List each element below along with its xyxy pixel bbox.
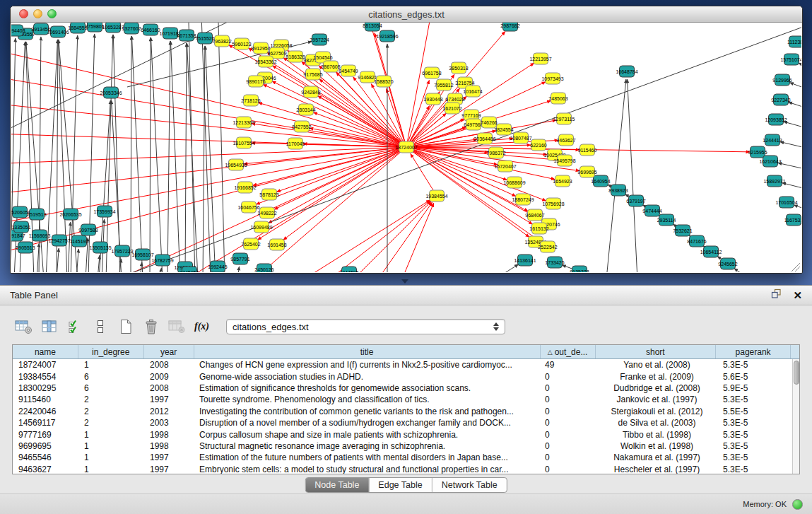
table-row[interactable]: 946362711997Embryonic stem cells: a mode…	[13, 464, 792, 474]
row-options-button[interactable]	[90, 318, 110, 335]
graph-node[interactable]: 7986372	[486, 147, 505, 158]
graph-node[interactable]: 3824554	[494, 124, 513, 135]
function-builder-button[interactable]: f(x)	[192, 318, 211, 335]
graph-node[interactable]: 2867608	[321, 61, 340, 72]
graph-node[interactable]: 8938923	[608, 185, 628, 196]
graph-node[interactable]: 1691458	[267, 239, 286, 250]
graph-node[interactable]: 1588520	[374, 76, 393, 87]
table-row[interactable]: 1456911722003Disruption of a novel membe…	[13, 417, 792, 428]
network-graph[interactable]: 1872400719384554249355720691406188455927…	[11, 23, 801, 272]
graph-node[interactable]: 1327602	[122, 23, 141, 34]
graph-node[interactable]: 19654935	[225, 159, 247, 170]
graph-node[interactable]: 4671358	[177, 30, 196, 41]
column-header-name[interactable]: name	[13, 345, 78, 358]
graph-node[interactable]: 6379197	[626, 195, 645, 206]
graph-node[interactable]: 16958107	[131, 249, 153, 260]
graph-node[interactable]: 18107554	[233, 137, 254, 148]
graph-node[interactable]: 12093852	[765, 114, 787, 125]
table-select-dropdown[interactable]: citations_edges.txt	[226, 319, 505, 334]
graph-node[interactable]: 9857791	[230, 253, 249, 264]
graph-node[interactable]: 2450126	[254, 264, 273, 272]
graph-node[interactable]: 2519513	[27, 209, 46, 220]
graph-node[interactable]: 1244413	[763, 134, 782, 146]
graph-node[interactable]: 17957223	[111, 245, 133, 257]
graph-node[interactable]: 7955812	[434, 79, 453, 90]
column-select-button[interactable]	[65, 318, 84, 335]
graph-node[interactable]: 9699695	[577, 166, 596, 177]
graph-node[interactable]: 2935114	[657, 214, 676, 226]
graph-node[interactable]: 5960123	[232, 38, 251, 49]
column-header-short[interactable]: short	[596, 345, 717, 358]
graph-node[interactable]: 5905513	[16, 242, 35, 253]
graph-node[interactable]: 9129966	[772, 74, 792, 86]
graph-node[interactable]: 1167531	[784, 214, 801, 226]
window-resize-grip[interactable]	[792, 263, 800, 271]
graph-node[interactable]: 1930448	[423, 93, 442, 105]
new-column-button[interactable]	[116, 318, 135, 335]
graph-node[interactable]: 5878123	[259, 189, 278, 200]
graph-node[interactable]: 10756928	[542, 198, 564, 209]
column-header-in_degree[interactable]: in_degree	[78, 345, 144, 358]
graph-node[interactable]: 17359934	[93, 206, 115, 217]
graph-node[interactable]: 16648784	[616, 66, 637, 77]
delete-table-button[interactable]	[167, 318, 186, 335]
column-header-pagerank[interactable]: pagerank	[716, 345, 791, 358]
graph-node[interactable]: 1621072	[442, 103, 461, 114]
graph-node[interactable]: 1170045	[286, 138, 305, 149]
close-window-button[interactable]	[19, 9, 28, 18]
graph-node[interactable]: 9245051	[180, 267, 199, 272]
graph-node[interactable]: 8471676	[687, 235, 706, 247]
graph-node[interactable]: 20053346	[100, 87, 122, 98]
table-settings-button[interactable]	[14, 318, 33, 335]
graph-node[interactable]: 9097588	[78, 224, 98, 235]
tab-edge-table[interactable]: Edge Table	[369, 478, 432, 492]
graph-node[interactable]: 1145193	[70, 235, 89, 247]
table-row[interactable]: 1872400712008Changes of HCN gene express…	[13, 359, 792, 370]
graph-node[interactable]: 8186328	[286, 51, 305, 62]
graph-node[interactable]: 1640954	[591, 175, 610, 187]
graph-node[interactable]: 11568693	[29, 230, 51, 241]
table-row[interactable]: 1830029562008Estimation of significance …	[13, 382, 792, 394]
graph-node[interactable]: 9115460	[578, 144, 597, 156]
graph-node[interactable]: 19218596	[376, 30, 398, 42]
table-row[interactable]: 1938455462009Genome-wide association stu…	[13, 370, 792, 382]
graph-node[interactable]: 16046756	[237, 201, 259, 213]
graph-node[interactable]: 1016474	[463, 86, 482, 97]
memory-status-indicator[interactable]	[792, 499, 803, 510]
delete-column-button[interactable]	[141, 318, 160, 335]
graph-node[interactable]: 15892971	[763, 175, 785, 187]
graph-node[interactable]: 7957224	[310, 34, 329, 45]
graph-node[interactable]: 1992445	[208, 261, 227, 272]
tab-node-table[interactable]: Node Table	[305, 478, 369, 492]
graph-node[interactable]: 1335051	[11, 221, 30, 233]
graph-node[interactable]: 2718126	[241, 95, 260, 106]
graph-node[interactable]: 8813054	[363, 23, 382, 31]
graph-node[interactable]: 12213957	[529, 53, 551, 64]
table-scrollbar[interactable]	[792, 359, 799, 474]
graph-node[interactable]: 9175685	[303, 69, 322, 80]
graph-node[interactable]: 8454749	[339, 65, 358, 76]
zoom-window-button[interactable]	[47, 9, 57, 18]
table-row[interactable]: 946554611997Estimation of the future num…	[13, 452, 792, 463]
graph-node[interactable]: 17016504	[775, 197, 797, 208]
table-row[interactable]: 2242004622012Investigating the contribut…	[13, 406, 792, 417]
graph-node[interactable]: 7485063	[548, 93, 567, 104]
graph-node[interactable]: 7532621	[673, 225, 692, 236]
graph-node[interactable]: 13505135	[89, 242, 111, 253]
graph-node[interactable]: 7963822	[212, 35, 231, 47]
graph-node[interactable]: 9135278	[570, 266, 589, 272]
graph-node[interactable]: 1112384	[787, 36, 801, 47]
float-panel-icon[interactable]	[771, 288, 782, 302]
graph-node[interactable]: 7625402	[241, 238, 260, 250]
graph-node[interactable]: 9245652	[718, 258, 737, 269]
graph-node[interactable]: 2522542	[538, 241, 557, 252]
graph-node[interactable]: 6961758	[422, 67, 441, 78]
graph-node[interactable]: 10688609	[503, 177, 525, 188]
graph-node[interactable]: 9890176	[246, 76, 265, 87]
minimize-window-button[interactable]	[33, 9, 42, 18]
graph-node[interactable]: 10654112	[700, 246, 722, 257]
column-header-year[interactable]: year	[144, 345, 194, 358]
graph-node[interactable]: 1244505	[339, 267, 358, 272]
graph-node[interactable]: 1498222	[257, 207, 276, 218]
graph-node[interactable]: 1733426	[545, 257, 564, 268]
